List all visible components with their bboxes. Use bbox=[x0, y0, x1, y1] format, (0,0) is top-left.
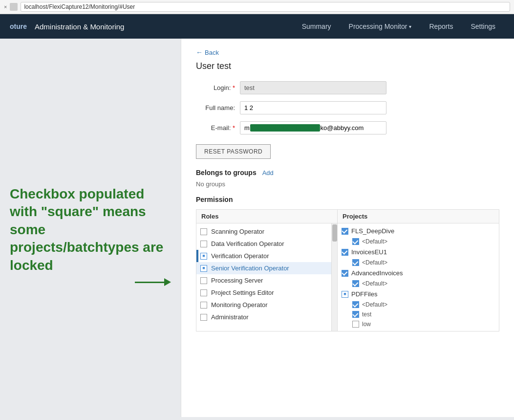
role-item-monitoring-operator[interactable]: Monitoring Operator bbox=[196, 299, 337, 311]
back-link[interactable]: ← Back bbox=[196, 48, 499, 56]
sub-checkbox-pdffiles-default[interactable] bbox=[352, 301, 359, 308]
project-label-advanced-invoices: AdvancedInvoices bbox=[351, 269, 403, 277]
sub-checkbox-pdffiles-low[interactable] bbox=[352, 321, 359, 328]
sub-label-pdffiles-default: <Default> bbox=[362, 301, 387, 308]
projects-column: Projects FLS_DeepDive <Default> Invoi bbox=[338, 209, 499, 332]
role-item-verification-operator[interactable]: Verification Operator bbox=[196, 250, 337, 262]
email-label: E-mail: * bbox=[196, 124, 240, 132]
no-groups-text: No groups bbox=[196, 180, 499, 188]
arrow-container bbox=[135, 278, 171, 286]
email-input[interactable]: m XXXXXXXXXXXXXXXX ko@abbyy.com bbox=[240, 121, 386, 134]
role-label-processing-server: Processing Server bbox=[211, 277, 263, 284]
tab-close-btn[interactable]: × bbox=[4, 4, 7, 10]
sub-checkbox-fls-default[interactable] bbox=[352, 238, 359, 245]
role-label-scanning-operator: Scanning Operator bbox=[211, 228, 264, 235]
sub-checkbox-pdffiles-test[interactable] bbox=[352, 311, 359, 318]
sub-item-pdffiles-test[interactable]: test bbox=[338, 309, 499, 319]
back-link-label: Back bbox=[205, 49, 219, 56]
project-item-invoiceseu1[interactable]: InvoicesEU1 bbox=[338, 246, 499, 258]
project-checkbox-fls-deepdive[interactable] bbox=[342, 228, 348, 235]
fullname-row: Full name: bbox=[196, 101, 499, 114]
role-list: Scanning Operator Data Verification Oper… bbox=[196, 223, 337, 325]
email-redacted: XXXXXXXXXXXXXXXX bbox=[250, 124, 320, 132]
project-checkbox-pdffiles[interactable] bbox=[342, 291, 348, 298]
left-annotation: Checkbox populated with "square" means s… bbox=[0, 39, 181, 417]
sub-label-fls-default: <Default> bbox=[362, 238, 387, 245]
role-item-data-verification[interactable]: Data Verification Operator bbox=[196, 238, 337, 250]
email-row: E-mail: * m XXXXXXXXXXXXXXXX ko@abbyy.co… bbox=[196, 121, 499, 134]
role-item-scanning-operator[interactable]: Scanning Operator bbox=[196, 225, 337, 238]
nav-title: Administration & Monitoring bbox=[35, 22, 293, 31]
sub-label-advanced-default: <Default> bbox=[362, 280, 387, 287]
roles-column: Roles Scanning Operator Data Verificatio… bbox=[196, 209, 338, 332]
role-item-processing-server[interactable]: Processing Server bbox=[196, 274, 337, 287]
dropdown-arrow-icon: ▾ bbox=[409, 24, 411, 29]
role-item-project-settings[interactable]: Project Settings Editor bbox=[196, 287, 337, 299]
sub-item-fls-default[interactable]: <Default> bbox=[338, 237, 499, 246]
login-required: * bbox=[233, 84, 235, 91]
groups-section-header: Belongs to groups Add bbox=[196, 169, 499, 177]
arrow-line bbox=[135, 282, 164, 283]
sub-item-pdffiles-default[interactable]: <Default> bbox=[338, 300, 499, 309]
sub-item-invoiceseu1-default[interactable]: <Default> bbox=[338, 258, 499, 267]
roles-scrollbar-thumb[interactable] bbox=[332, 224, 337, 242]
role-checkbox-processing-server[interactable] bbox=[200, 277, 207, 284]
groups-title: Belongs to groups bbox=[196, 169, 257, 177]
annotation-text: Checkbox populated with "square" means s… bbox=[10, 185, 171, 274]
content-panel: ← Back User test Login: * Full name: E-m… bbox=[181, 39, 514, 417]
sub-label-pdffiles-low: low bbox=[362, 321, 371, 328]
project-label-fls-deepdive: FLS_DeepDive bbox=[351, 227, 394, 235]
role-checkbox-verification-operator[interactable] bbox=[200, 253, 207, 260]
role-checkbox-data-verification[interactable] bbox=[200, 241, 207, 247]
role-label-project-settings: Project Settings Editor bbox=[211, 289, 274, 296]
roles-column-header: Roles bbox=[196, 210, 337, 223]
fullname-input[interactable] bbox=[240, 101, 386, 114]
reset-password-button[interactable]: RESET PASSWORD bbox=[196, 144, 271, 159]
project-item-advanced-invoices[interactable]: AdvancedInvoices bbox=[338, 267, 499, 279]
role-checkbox-scanning-operator[interactable] bbox=[200, 228, 207, 235]
role-item-senior-verification[interactable]: Senior Verification Operator bbox=[196, 262, 337, 274]
project-label-invoiceseu1: InvoicesEU1 bbox=[351, 248, 387, 256]
url-bar[interactable]: localhost/FlexiCapture12/Monitoring/#Use… bbox=[21, 2, 510, 12]
sub-label-invoiceseu1-default: <Default> bbox=[362, 259, 387, 266]
role-label-data-verification: Data Verification Operator bbox=[211, 240, 284, 247]
nav-brand: oture bbox=[10, 22, 27, 30]
nav-link-processing-monitor[interactable]: Processing Monitor ▾ bbox=[340, 14, 421, 39]
nav-link-settings[interactable]: Settings bbox=[462, 14, 504, 39]
project-item-pdffiles[interactable]: PDFFiles bbox=[338, 288, 499, 300]
sub-checkbox-invoiceseu1-default[interactable] bbox=[352, 259, 359, 266]
project-label-pdffiles: PDFFiles bbox=[351, 290, 377, 298]
role-checkbox-administrator[interactable] bbox=[200, 314, 207, 321]
nav-links: Summary Processing Monitor ▾ Reports Set… bbox=[293, 14, 504, 39]
permission-columns: Roles Scanning Operator Data Verificatio… bbox=[196, 209, 499, 332]
project-checkbox-advanced-invoices[interactable] bbox=[342, 270, 348, 277]
fullname-label: Full name: bbox=[196, 104, 240, 111]
nav-link-reports[interactable]: Reports bbox=[420, 14, 462, 39]
project-checkbox-invoiceseu1[interactable] bbox=[342, 249, 348, 256]
role-label-administrator: Administrator bbox=[211, 313, 249, 321]
page-title: User test bbox=[196, 61, 499, 71]
project-item-fls-deepdive[interactable]: FLS_DeepDive bbox=[338, 225, 499, 237]
role-label-monitoring-operator: Monitoring Operator bbox=[211, 301, 268, 309]
sub-item-advanced-default[interactable]: <Default> bbox=[338, 279, 499, 288]
tab-icon bbox=[10, 3, 18, 11]
role-checkbox-monitoring-operator[interactable] bbox=[200, 302, 207, 309]
role-item-administrator[interactable]: Administrator bbox=[196, 311, 337, 323]
browser-bar: × localhost/FlexiCapture12/Monitoring/#U… bbox=[0, 0, 514, 14]
nav-link-summary[interactable]: Summary bbox=[293, 14, 340, 39]
back-arrow-icon: ← bbox=[196, 48, 203, 56]
login-input[interactable] bbox=[240, 81, 386, 94]
roles-scrollbar[interactable] bbox=[331, 223, 337, 331]
role-label-senior-verification: Senior Verification Operator bbox=[211, 265, 289, 272]
project-list: FLS_DeepDive <Default> InvoicesEU1 <Defa… bbox=[338, 223, 499, 331]
email-prefix: m bbox=[244, 124, 250, 132]
role-checkbox-senior-verification[interactable] bbox=[200, 265, 207, 272]
arrow-head-icon bbox=[164, 278, 171, 286]
sub-checkbox-advanced-default[interactable] bbox=[352, 280, 359, 287]
email-required: * bbox=[233, 124, 235, 132]
permission-title: Permission bbox=[196, 196, 499, 203]
role-checkbox-project-settings[interactable] bbox=[200, 289, 207, 296]
login-label: Login: * bbox=[196, 84, 240, 91]
add-group-link[interactable]: Add bbox=[262, 169, 274, 177]
sub-item-pdffiles-low[interactable]: low bbox=[338, 319, 499, 329]
